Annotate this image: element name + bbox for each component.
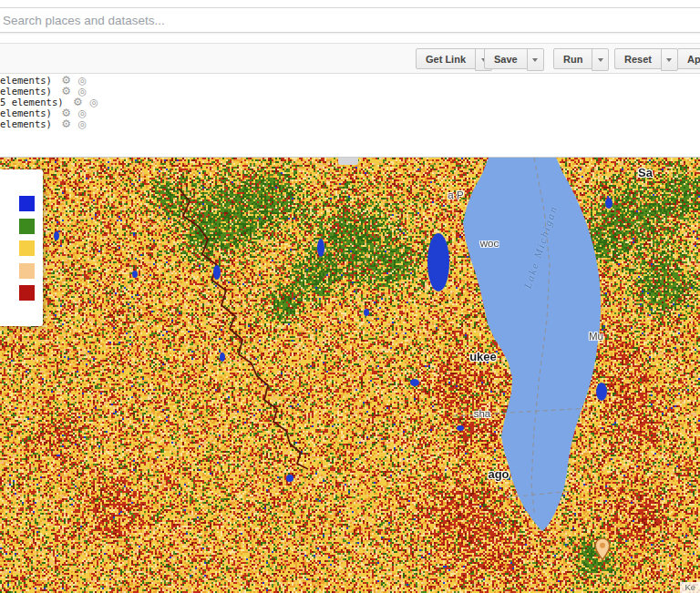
import-row: 5 elements) ⚙ ◎ [0,96,700,107]
map-top-handle[interactable] [338,158,358,165]
import-row: elements) ⚙ ◎ [0,85,700,96]
map-marker-pin[interactable] [594,537,611,561]
reset-dropdown-button[interactable] [661,48,678,71]
save-button[interactable]: Save [484,48,528,69]
target-icon[interactable]: ◎ [78,118,88,130]
run-button[interactable]: Run [553,48,592,69]
map-legend [0,169,43,326]
map-attribution[interactable]: Ke [680,582,700,593]
gear-icon[interactable]: ⚙ [61,118,71,130]
caret-down-icon [598,58,603,62]
search-bar-container [0,0,700,44]
imports-panel: elements) ⚙ ◎ elements) ⚙ ◎ 5 elements) … [0,74,700,157]
import-row: elements) ⚙ ◎ [0,74,700,85]
reset-button[interactable]: Reset [614,48,662,69]
save-button-group: Save [484,48,544,71]
legend-swatch-grassland [19,263,35,279]
legend-swatch-water [19,196,35,211]
legend-swatch-forest [19,219,35,234]
get-link-button[interactable]: Get Link [416,48,476,69]
target-icon[interactable]: ◎ [89,97,98,108]
caret-down-icon [532,58,538,62]
run-dropdown-button[interactable] [592,48,609,71]
search-input[interactable] [0,7,700,33]
reset-button-group: Reset [614,48,678,71]
save-dropdown-button[interactable] [527,48,544,71]
landcover-map-canvas[interactable] [0,158,700,593]
apps-button[interactable]: Apps [677,48,700,69]
legend-swatch-developed [19,285,35,301]
legend-swatch-cropland [19,240,35,256]
get-link-button-group: Get Link [416,48,492,71]
import-row: elements) ⚙ ◎ [0,118,700,128]
caret-down-icon [666,58,672,62]
earth-engine-app: Get Link Save Run Reset Apps e [0,0,700,593]
import-row: elements) ⚙ ◎ [0,107,700,118]
run-button-group: Run [553,48,609,71]
map-panel: Lake Michigan Sa a P woc ukee Mu sha ago… [0,157,700,593]
apps-button-group: Apps [677,48,700,71]
import-row-text: elements) [0,118,52,129]
editor-toolbar: Get Link Save Run Reset Apps [0,44,700,74]
